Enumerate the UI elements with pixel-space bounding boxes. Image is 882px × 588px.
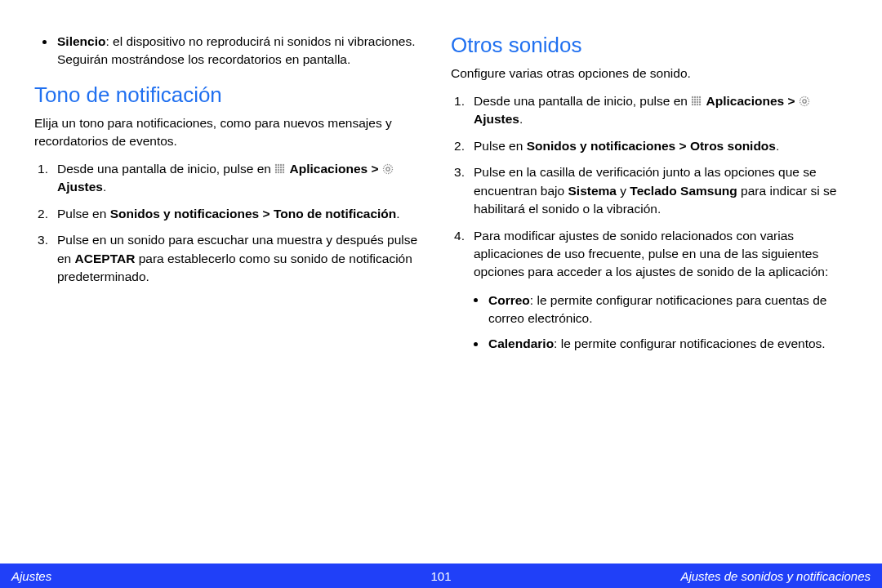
svg-point-10 [280, 169, 282, 171]
bold: Calendario [488, 336, 554, 350]
apps-grid-icon [274, 162, 286, 173]
svg-point-34 [800, 96, 808, 105]
svg-point-12 [275, 172, 277, 173]
svg-point-18 [692, 96, 693, 97]
sub-correo: Correo: le permite configurar notificaci… [488, 292, 848, 327]
footer-left: Ajustes [11, 569, 298, 583]
otros-sublist: Correo: le permite configurar notificaci… [474, 292, 848, 353]
gear-icon [799, 94, 810, 105]
text: Desde una pantalla de inicio, pulse en [474, 94, 691, 108]
svg-point-8 [275, 169, 277, 171]
svg-point-14 [280, 172, 282, 173]
svg-point-33 [699, 103, 701, 105]
svg-point-17 [386, 167, 390, 171]
svg-point-6 [280, 167, 282, 168]
svg-point-26 [692, 100, 693, 102]
svg-point-13 [278, 172, 279, 173]
heading-tono: Tono de notificación [34, 82, 431, 108]
steps-otros: Desde una pantalla de inicio, pulse en A… [451, 92, 848, 353]
svg-point-15 [283, 172, 284, 173]
svg-point-2 [280, 164, 282, 166]
svg-point-4 [275, 167, 277, 168]
apps-grid-icon [691, 94, 702, 105]
svg-point-9 [278, 169, 279, 171]
svg-point-11 [283, 169, 284, 171]
bold: Ajustes [57, 180, 103, 194]
footer-bar: Ajustes 101 Ajustes de sonidos y notific… [0, 564, 882, 588]
intro-tono: Elija un tono para notificaciones, como … [34, 114, 431, 149]
text: : le permite configurar notificaciones p… [488, 293, 826, 325]
otros-step-3: Pulse en la casilla de verificación junt… [474, 163, 848, 218]
silencio-text: : el dispositivo no reproducirá ni sonid… [57, 34, 416, 66]
svg-point-30 [692, 103, 693, 105]
svg-point-3 [283, 164, 284, 166]
text: Pulse en [57, 207, 110, 220]
steps-tono: Desde una pantalla de inicio, pulse en A… [34, 160, 431, 287]
left-column: Silencio: el dispositivo no reproducirá … [34, 33, 431, 555]
svg-point-31 [694, 103, 696, 105]
silencio-label: Silencio [57, 34, 105, 48]
content-area: Silencio: el dispositivo no reproducirá … [0, 0, 882, 564]
svg-point-20 [697, 96, 698, 97]
page-root: Silencio: el dispositivo no reproducirá … [0, 0, 882, 588]
otros-step-1: Desde una pantalla de inicio, pulse en A… [474, 92, 848, 129]
svg-point-16 [383, 164, 392, 173]
tono-step-2: Pulse en Sonidos y notificaciones > Tono… [57, 205, 431, 223]
bold: Aplicaciones > [290, 162, 382, 176]
silencio-item: Silencio: el dispositivo no reproducirá … [57, 33, 431, 68]
svg-point-1 [278, 164, 279, 166]
text: . [103, 180, 106, 194]
heading-otros: Otros sonidos [451, 33, 848, 58]
tono-step-1: Desde una pantalla de inicio, pulse en A… [57, 160, 431, 197]
bold: Aplicaciones > [706, 94, 799, 108]
otros-step-4: Para modificar ajustes de sonido relacio… [474, 227, 848, 353]
svg-point-19 [694, 96, 696, 97]
bold: Ajustes [474, 112, 519, 126]
svg-point-35 [803, 99, 806, 102]
svg-point-23 [694, 98, 696, 100]
text: . [776, 139, 779, 153]
svg-point-21 [699, 96, 701, 97]
bold: ACEPTAR [75, 252, 136, 265]
svg-point-22 [692, 98, 693, 100]
text: . [519, 112, 523, 126]
text: . [396, 207, 399, 220]
otros-step-2: Pulse en Sonidos y notificaciones > Otro… [474, 137, 848, 155]
svg-point-29 [699, 100, 701, 102]
text: Desde una pantalla de inicio, pulse en [57, 162, 274, 176]
svg-point-32 [697, 103, 698, 105]
text: : le permite configurar notificaciones d… [554, 336, 826, 350]
svg-point-25 [699, 98, 701, 100]
right-column: Otros sonidos Configure varias otras opc… [451, 33, 848, 555]
bold: Sonidos y notificaciones > Otros sonidos [527, 139, 776, 153]
intro-otros: Configure varias otras opciones de sonid… [451, 65, 848, 82]
tono-step-3: Pulse en un sonido para escuchar una mue… [57, 231, 431, 286]
bold: Correo [488, 293, 530, 307]
text: Para modificar ajustes de sonido relacio… [474, 229, 828, 279]
footer-page-number: 101 [298, 569, 585, 583]
svg-point-24 [697, 98, 698, 100]
silencio-list: Silencio: el dispositivo no reproducirá … [34, 33, 431, 68]
svg-point-0 [275, 164, 277, 166]
gear-icon [382, 162, 394, 173]
bold: Sonidos y notificaciones > Tono de notif… [110, 207, 397, 220]
sub-calendario: Calendario: le permite configurar notifi… [488, 335, 848, 353]
svg-point-7 [283, 167, 284, 168]
svg-point-28 [697, 100, 698, 102]
footer-right: Ajustes de sonidos y notificaciones [584, 569, 871, 583]
bold: Sistema [568, 184, 616, 198]
text: y [617, 184, 630, 198]
bold: Teclado Samsung [630, 184, 737, 198]
svg-point-27 [694, 100, 696, 102]
svg-point-5 [278, 167, 279, 168]
text: Pulse en [474, 139, 527, 153]
